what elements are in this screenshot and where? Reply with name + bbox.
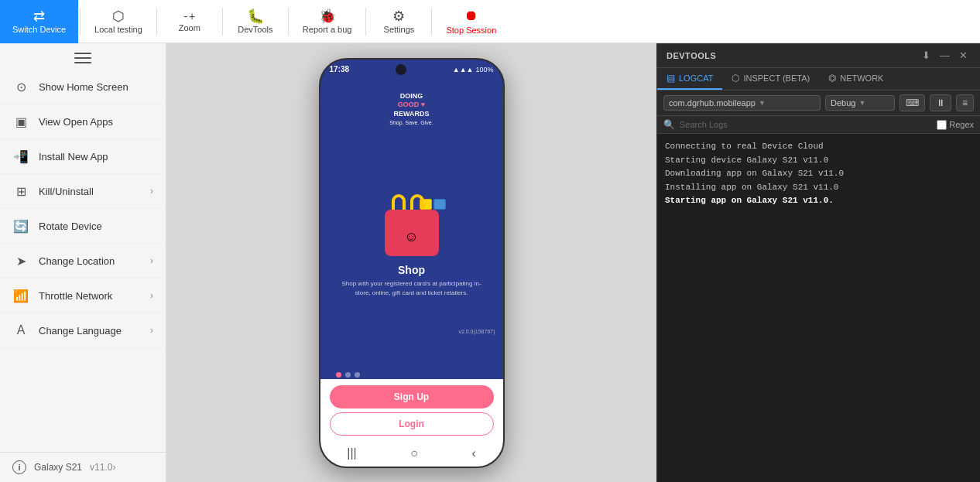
sidebar-item-show-home-screen[interactable]: ⊙ Show Home Screen bbox=[0, 70, 166, 104]
sidebar-footer[interactable]: i Galaxy S21 v11.0› bbox=[0, 452, 166, 482]
toolbar-divider-2 bbox=[156, 8, 157, 36]
logcat-icon: ▤ bbox=[666, 73, 675, 84]
phone-back-icon[interactable]: ||| bbox=[347, 446, 356, 460]
phone-dots bbox=[320, 367, 503, 379]
package-dropdown-arrow: ▼ bbox=[759, 99, 766, 107]
phone-home-icon[interactable]: ○ bbox=[410, 446, 418, 460]
footer-device-version: v11.0› bbox=[90, 462, 115, 473]
zoom-button[interactable]: -+ Zoom bbox=[159, 0, 221, 43]
sidebar-hamburger[interactable] bbox=[0, 43, 166, 70]
log-search-input[interactable] bbox=[680, 120, 932, 129]
phone-status-bar: 17:38 ▲▲▲ 100% bbox=[320, 60, 503, 78]
throttle-network-icon: 📶 bbox=[12, 287, 29, 304]
sidebar-item-throttle-network[interactable]: 📶 Throttle Network › bbox=[0, 279, 166, 313]
phone-time: 17:38 bbox=[330, 65, 350, 73]
hamburger-icon[interactable] bbox=[74, 53, 91, 63]
sidebar-menu: ⊙ Show Home Screen ▣ View Open Apps 📲 In… bbox=[0, 70, 166, 452]
log-line: Installing app on Galaxy S21 v11.0 bbox=[665, 181, 972, 195]
local-testing-label: Local testing bbox=[94, 25, 142, 34]
sidebar-item-change-language[interactable]: A Change Language › bbox=[0, 313, 166, 348]
phone-container: 17:38 ▲▲▲ 100% DOING GOOD ♥ REWARDS Shop… bbox=[166, 43, 656, 482]
shop-title: Shop bbox=[398, 264, 425, 276]
bag-smile: ☺ bbox=[404, 229, 418, 245]
stop-session-icon: ⏺ bbox=[464, 8, 478, 24]
local-testing-button[interactable]: ⬡ Local testing bbox=[82, 0, 155, 43]
rotate-device-icon: 🔄 bbox=[12, 217, 29, 234]
app-logo-text: DOING GOOD ♥ REWARDS Shop. Save. Give. bbox=[389, 92, 433, 126]
sidebar: ⊙ Show Home Screen ▣ View Open Apps 📲 In… bbox=[0, 43, 166, 482]
toolbar-divider-4 bbox=[288, 8, 289, 36]
switch-device-icon: ⇄ bbox=[33, 9, 45, 23]
log-level: Debug bbox=[831, 98, 855, 108]
log-line: Connecting to real Device Cloud bbox=[665, 140, 972, 154]
sidebar-item-kill-uninstall[interactable]: ⊞ Kill/Uninstall › bbox=[0, 174, 166, 209]
regex-checkbox-label[interactable]: Regex bbox=[937, 120, 974, 130]
signal-icon: ▲▲▲ bbox=[453, 66, 474, 73]
hamburger-line-2 bbox=[74, 57, 91, 59]
change-language-label: Change Language bbox=[39, 325, 141, 337]
stop-session-button[interactable]: ⏺ Stop Session bbox=[433, 0, 509, 43]
devtools-button[interactable]: 🐛 DevTools bbox=[224, 0, 286, 43]
phone-status-icons: ▲▲▲ 100% bbox=[453, 66, 494, 73]
dot-1 bbox=[336, 372, 341, 378]
dot-3 bbox=[355, 372, 360, 378]
settings-button[interactable]: ⚙ Settings bbox=[368, 0, 430, 43]
shop-desc: Shop with your registered card/s at part… bbox=[320, 279, 503, 296]
devtools-tab-inspect[interactable]: ⬡ INSPECT (BETA) bbox=[722, 68, 819, 90]
devtools-log-area[interactable]: Connecting to real Device CloudStarting … bbox=[657, 134, 980, 482]
log-level-dropdown[interactable]: Debug ▼ bbox=[825, 95, 895, 111]
devtools-download-icon[interactable]: ⬇ bbox=[919, 48, 934, 63]
bag-handle-right bbox=[410, 194, 424, 210]
sidebar-item-rotate-device[interactable]: 🔄 Rotate Device bbox=[0, 209, 166, 244]
switch-device-button[interactable]: ⇄ Switch Device bbox=[0, 0, 78, 43]
devtools-panel: DEVTOOLS ⬇ — ✕ ▤ LOGCAT ⬡ INSPECT (BETA)… bbox=[656, 43, 980, 482]
phone-login-button[interactable]: Login bbox=[330, 412, 494, 436]
view-open-apps-label: View Open Apps bbox=[39, 116, 153, 128]
kill-uninstall-arrow: › bbox=[150, 186, 153, 197]
log-line: Starting app on Galaxy S21 v11.0. bbox=[665, 194, 972, 208]
inspect-icon: ⬡ bbox=[732, 73, 739, 84]
log-level-arrow: ▼ bbox=[858, 99, 865, 107]
log-line: Downloading app on Galaxy S21 v11.0 bbox=[665, 167, 972, 181]
devtools-title: DEVTOOLS bbox=[666, 51, 716, 60]
devtools-tab-network[interactable]: ⏣ NETWORK bbox=[819, 68, 893, 90]
hamburger-line-3 bbox=[74, 62, 91, 63]
tab-inspect-label: INSPECT (BETA) bbox=[743, 73, 810, 83]
tab-network-label: NETWORK bbox=[840, 73, 883, 83]
phone-recent-icon[interactable]: ‹ bbox=[471, 446, 475, 460]
report-bug-button[interactable]: 🐞 Report a bug bbox=[290, 0, 365, 43]
devtools-close-icon[interactable]: ✕ bbox=[956, 48, 971, 63]
kill-uninstall-icon: ⊞ bbox=[12, 183, 29, 200]
zoom-icon: -+ bbox=[183, 11, 195, 22]
devtools-icon: 🐛 bbox=[247, 9, 264, 23]
home-screen-icon: ⊙ bbox=[12, 78, 29, 95]
phone-frame: 17:38 ▲▲▲ 100% DOING GOOD ♥ REWARDS Shop… bbox=[319, 58, 505, 468]
package-dropdown[interactable]: com.dgrhub.mobileapp ▼ bbox=[663, 95, 821, 111]
list-icon-button[interactable]: ≡ bbox=[956, 94, 974, 111]
throttle-network-label: Throttle Network bbox=[39, 290, 141, 302]
kill-uninstall-label: Kill/Uninstall bbox=[39, 186, 141, 197]
network-icon: ⏣ bbox=[828, 73, 836, 84]
pause-icon-button[interactable]: ⏸ bbox=[930, 94, 951, 111]
throttle-network-arrow: › bbox=[150, 290, 153, 301]
report-bug-label: Report a bug bbox=[303, 25, 352, 34]
info-icon: i bbox=[12, 460, 26, 474]
battery-icon: 100% bbox=[475, 66, 493, 73]
devtools-controls: com.dgrhub.mobileapp ▼ Debug ▼ ⌨ ⏸ ≡ bbox=[657, 91, 980, 116]
change-language-icon: A bbox=[12, 322, 29, 339]
tab-logcat-label: LOGCAT bbox=[679, 73, 713, 83]
sidebar-item-change-location[interactable]: ➤ Change Location › bbox=[0, 244, 166, 279]
sidebar-item-view-open-apps[interactable]: ▣ View Open Apps bbox=[0, 104, 166, 139]
regex-label-text: Regex bbox=[949, 120, 974, 129]
keyboard-icon-button[interactable]: ⌨ bbox=[899, 94, 925, 111]
show-home-screen-label: Show Home Screen bbox=[39, 81, 153, 93]
devtools-minimize-icon[interactable]: — bbox=[937, 48, 953, 63]
log-line: Starting device Galaxy S21 v11.0 bbox=[665, 154, 972, 168]
package-name: com.dgrhub.mobileapp bbox=[669, 98, 756, 108]
change-location-label: Change Location bbox=[39, 255, 141, 267]
devtools-tab-logcat[interactable]: ▤ LOGCAT bbox=[657, 68, 722, 90]
phone-signup-button[interactable]: Sign Up bbox=[330, 385, 494, 409]
switch-device-label: Switch Device bbox=[12, 25, 66, 34]
regex-checkbox[interactable] bbox=[937, 120, 947, 130]
sidebar-item-install-new-app[interactable]: 📲 Install New App bbox=[0, 139, 166, 174]
